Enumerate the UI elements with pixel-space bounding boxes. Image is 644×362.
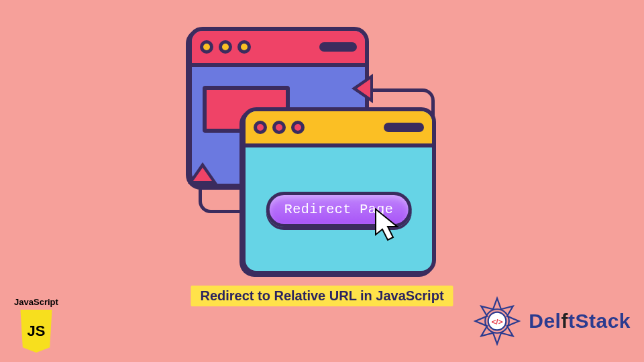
address-bar-icon xyxy=(384,123,424,132)
window-dot-icon xyxy=(219,40,232,54)
brand-emblem-icon: </> xyxy=(472,296,522,346)
cursor-icon xyxy=(373,208,402,245)
titlebar-back xyxy=(192,31,365,67)
brand-name: DelftStack xyxy=(529,310,631,333)
window-dot-icon xyxy=(272,121,286,134)
window-controls-back xyxy=(200,40,251,54)
address-bar-icon xyxy=(319,42,357,52)
svg-marker-0 xyxy=(376,209,397,240)
article-title: Redirect to Relative URL in JavaScript xyxy=(191,286,453,306)
window-controls-front xyxy=(254,121,305,134)
browser-window-front: Redirect Page xyxy=(241,107,436,275)
javascript-label: JavaScript xyxy=(7,297,66,307)
arrow-left-icon xyxy=(352,74,373,103)
delftstack-logo: </> DelftStack xyxy=(472,296,631,346)
code-glyph-icon: </> xyxy=(492,317,503,326)
javascript-badge: JavaScript JS xyxy=(7,297,66,353)
window-dot-icon xyxy=(237,40,251,54)
arrow-up-icon xyxy=(188,162,217,184)
window-dot-icon xyxy=(291,121,305,134)
titlebar-front xyxy=(246,111,432,147)
window-dot-icon xyxy=(200,40,213,54)
javascript-shield-icon: JS xyxy=(17,310,55,353)
window-dot-icon xyxy=(254,121,267,134)
